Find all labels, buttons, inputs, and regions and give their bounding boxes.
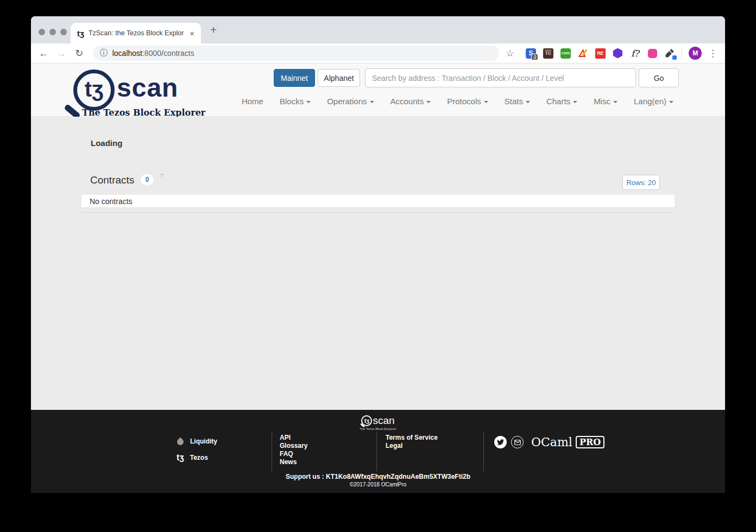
traffic-lights <box>39 29 67 35</box>
magnifier-lens-icon: tʒ <box>73 69 115 111</box>
zoom-window-button[interactable] <box>60 29 67 35</box>
page-info-icon[interactable]: ⓘ <box>100 48 108 58</box>
footer-divider <box>272 432 272 471</box>
chevron-down-icon <box>526 101 530 103</box>
nav-blocks-label: Blocks <box>280 97 304 106</box>
twitter-icon[interactable] <box>494 436 507 448</box>
contracts-section-header: Contracts 0 ? <box>90 173 163 186</box>
glossary-link[interactable]: Glossary <box>280 442 307 450</box>
nav-lang[interactable]: Lang(en) <box>634 97 673 106</box>
footer-divider <box>376 432 377 471</box>
liquidity-link[interactable]: Liquidity <box>177 436 217 447</box>
mainnet-button[interactable]: Mainnet <box>274 69 315 87</box>
nav-operations-label: Operations <box>327 97 367 106</box>
email-icon[interactable] <box>511 436 524 448</box>
browser-toolbar: ← → ↻ ⓘ localhost :8000/contracts ☆ S 2 … <box>31 43 725 64</box>
go-button[interactable]: Go <box>639 68 679 87</box>
forward-icon[interactable]: → <box>56 48 66 59</box>
tc-extension-glyph: TC <box>543 48 553 59</box>
tc-extension-icon[interactable]: TC <box>543 48 553 59</box>
browser-menu-icon[interactable]: ⋮ <box>708 48 717 59</box>
chevron-down-icon <box>669 101 673 103</box>
chevron-down-icon <box>484 101 488 103</box>
footer-tezos-glyph: tʒ <box>364 417 369 424</box>
browser-tab[interactable]: tʒ TzScan: the Tezos Block Explor × <box>71 23 201 43</box>
pink-extension-icon[interactable] <box>647 48 658 59</box>
table-footer-line <box>81 208 675 213</box>
footer-logo[interactable]: tʒ scan The Tezos Block Explorer <box>31 415 725 430</box>
search-input[interactable] <box>365 68 636 87</box>
nav-home[interactable]: Home <box>242 97 263 106</box>
footer-magnifier-icon: tʒ <box>361 415 372 426</box>
nav-protocols[interactable]: Protocols <box>447 97 488 106</box>
eyedropper-extension-icon[interactable] <box>664 48 675 59</box>
terms-link[interactable]: Terms of Service <box>386 434 438 442</box>
nav-misc[interactable]: Misc <box>594 97 618 106</box>
footer-links-partners: Liquidity tʒ Tezos <box>177 436 217 468</box>
nav-blocks[interactable]: Blocks <box>280 97 311 106</box>
chevron-down-icon <box>573 101 577 103</box>
footer-logo-scan: scan <box>373 415 394 427</box>
nav-charts[interactable]: Charts <box>546 97 577 106</box>
footer-logo-tagline: The Tezos Block Explorer <box>31 427 725 430</box>
nav-lang-label: Lang(en) <box>634 97 666 106</box>
nav-operations[interactable]: Operations <box>327 97 374 106</box>
minimize-window-button[interactable] <box>49 29 56 35</box>
tab-strip: tʒ TzScan: the Tezos Block Explor × + <box>31 16 725 43</box>
help-icon[interactable]: ? <box>160 173 163 179</box>
url-path: :8000/contracts <box>142 49 194 58</box>
news-link[interactable]: News <box>280 458 307 466</box>
ocamlpro-logo[interactable]: OCaml <box>531 435 572 449</box>
re-extension-glyph: RE <box>595 48 606 59</box>
page-title: Contracts <box>90 174 134 186</box>
eyedropper-badge <box>672 55 677 60</box>
site-header: tʒ scan The Tezos Block Explorer Mainnet… <box>31 64 725 117</box>
extensions-bar: S 2 TC CORS RE f? <box>525 48 675 59</box>
main-content: Loading Contracts 0 ? Rows: 20 No contra… <box>31 117 725 410</box>
nav-accounts[interactable]: Accounts <box>390 97 431 106</box>
s-extension-icon[interactable]: S 2 <box>525 48 536 59</box>
legal-link[interactable]: Legal <box>386 442 438 450</box>
nav-stats-label: Stats <box>505 97 523 106</box>
faq-link[interactable]: FAQ <box>280 450 307 458</box>
ruler-pencil-icon <box>577 48 588 59</box>
support-address: Support us : KT1Ko8AWfxqEhqvhZqdnuAeBm5X… <box>31 473 725 480</box>
fq-extension-icon[interactable]: f? <box>629 48 640 59</box>
url-bar[interactable]: ⓘ localhost :8000/contracts <box>93 46 499 61</box>
envelope-icon <box>514 440 521 445</box>
cors-extension-glyph: CORS <box>560 48 571 59</box>
nav-misc-label: Misc <box>594 97 610 106</box>
bookmark-star-icon[interactable]: ☆ <box>506 48 514 59</box>
site-footer: tʒ scan The Tezos Block Explorer Liquidi… <box>31 410 725 493</box>
footer-divider <box>483 432 484 471</box>
profile-avatar[interactable]: M <box>689 47 702 60</box>
new-tab-button[interactable]: + <box>210 23 217 36</box>
contracts-table: No contracts <box>81 195 675 213</box>
tezos-favicon-icon: tʒ <box>77 29 84 38</box>
tezos-link[interactable]: tʒ Tezos <box>177 452 217 463</box>
close-tab-icon[interactable]: × <box>190 29 194 37</box>
rows-button[interactable]: Rows: 20 <box>622 175 660 190</box>
nav-home-label: Home <box>242 97 263 106</box>
footer-links-legal: Terms of Service Legal <box>386 434 438 450</box>
tezos-glyph: tʒ <box>85 77 103 102</box>
cors-extension-icon[interactable]: CORS <box>560 48 571 59</box>
api-link[interactable]: API <box>280 434 307 442</box>
alphanet-button[interactable]: Alphanet <box>318 69 360 87</box>
chevron-down-icon <box>613 101 618 103</box>
chevron-down-icon <box>426 101 431 103</box>
main-nav: Home Blocks Operations Accounts Protocol… <box>242 97 673 106</box>
url-host: localhost <box>112 49 142 58</box>
tab-title: TzScan: the Tezos Block Explor <box>89 29 185 37</box>
fq-extension-glyph: f? <box>631 48 639 59</box>
tezos-icon: tʒ <box>177 453 184 463</box>
re-extension-icon[interactable]: RE <box>595 48 606 59</box>
close-window-button[interactable] <box>39 29 45 35</box>
back-icon[interactable]: ← <box>39 48 48 59</box>
reload-icon[interactable]: ↻ <box>74 47 84 59</box>
nav-stats[interactable]: Stats <box>505 97 530 106</box>
hexagon-extension-icon[interactable] <box>612 48 623 59</box>
copyright: ©2017-2018 OCamlPro <box>31 482 725 487</box>
nav-charts-label: Charts <box>546 97 570 106</box>
ruler-extension-icon[interactable] <box>577 48 588 59</box>
